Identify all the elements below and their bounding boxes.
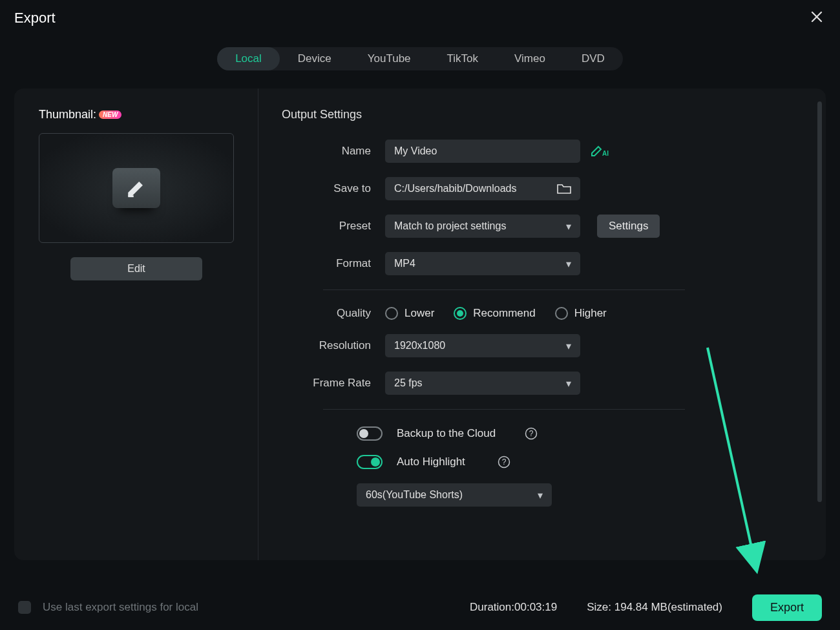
use-last-settings-checkbox[interactable] (18, 601, 31, 614)
quality-lower-radio[interactable]: Lower (385, 307, 434, 320)
chevron-down-icon: ▾ (566, 377, 571, 390)
format-label: Format (282, 257, 385, 270)
size-info: Size: 194.84 MB(estimated) (587, 601, 722, 614)
new-badge: NEW (99, 110, 121, 119)
tab-dvd[interactable]: DVD (563, 47, 623, 70)
tab-local[interactable]: Local (217, 47, 280, 70)
output-settings-heading: Output Settings (282, 108, 787, 121)
help-icon: ? (498, 456, 510, 468)
svg-text:AI: AI (602, 150, 609, 157)
name-input[interactable] (385, 140, 580, 163)
thumbnail-label: Thumbnail: NEW (39, 108, 245, 121)
resolution-value: 1920x1080 (394, 340, 445, 352)
saveto-field[interactable]: C:/Users/habib/Downloads (385, 177, 580, 200)
tab-device[interactable]: Device (280, 47, 350, 70)
edit-thumbnail-icon (112, 168, 160, 208)
framerate-select[interactable]: 25 fps ▾ (385, 372, 580, 395)
tab-tiktok[interactable]: TikTok (429, 47, 497, 70)
backup-cloud-toggle[interactable] (357, 426, 383, 441)
auto-highlight-toggle[interactable] (357, 455, 383, 469)
tab-youtube[interactable]: YouTube (350, 47, 429, 70)
quality-recommend-radio[interactable]: Recommend (454, 307, 535, 320)
backup-cloud-label: Backup to the Cloud (397, 427, 500, 440)
chevron-down-icon: ▾ (566, 340, 571, 352)
help-icon: ? (525, 427, 538, 440)
framerate-value: 25 fps (394, 377, 423, 389)
name-label: Name (282, 145, 385, 158)
saveto-label: Save to (282, 182, 385, 195)
quality-label: Quality (282, 307, 385, 320)
chevron-down-icon: ▾ (538, 489, 543, 501)
resolution-label: Resolution (282, 339, 385, 352)
auto-highlight-label: Auto Highlight (397, 456, 473, 468)
resolution-select[interactable]: 1920x1080 ▾ (385, 334, 580, 357)
divider (323, 289, 685, 290)
preset-settings-button[interactable]: Settings (597, 215, 660, 238)
preset-label: Preset (282, 220, 385, 233)
close-button[interactable] (808, 8, 826, 28)
thumbnail-label-text: Thumbnail: (39, 108, 96, 121)
dialog-title: Export (14, 10, 56, 26)
svg-text:?: ? (529, 429, 534, 438)
preset-select[interactable]: Match to project settings ▾ (385, 215, 580, 238)
edit-thumbnail-button[interactable]: Edit (70, 257, 202, 280)
pencil-ai-icon: AI (591, 144, 610, 158)
svg-text:?: ? (502, 457, 507, 467)
ai-rename-button[interactable]: AI (591, 144, 610, 158)
close-icon (810, 10, 823, 23)
quality-higher-radio[interactable]: Higher (555, 307, 607, 320)
export-tabs: Local Device YouTube TikTok Vimeo DVD (217, 47, 623, 70)
preset-value: Match to project settings (394, 220, 506, 232)
thumbnail-preview[interactable] (39, 133, 234, 243)
highlight-help-button[interactable]: ? (498, 456, 510, 468)
divider (323, 409, 685, 410)
format-select[interactable]: MP4 ▾ (385, 252, 580, 275)
duration-info: Duration:00:03:19 (470, 601, 557, 614)
folder-icon (557, 183, 571, 194)
framerate-label: Frame Rate (282, 377, 385, 390)
export-button[interactable]: Export (752, 594, 822, 621)
chevron-down-icon: ▾ (566, 258, 571, 270)
chevron-down-icon: ▾ (566, 220, 571, 233)
use-last-settings-label: Use last export settings for local (43, 601, 458, 614)
highlight-preset-select[interactable]: 60s(YouTube Shorts) ▾ (357, 483, 552, 507)
backup-help-button[interactable]: ? (525, 427, 538, 440)
saveto-value: C:/Users/habib/Downloads (394, 183, 516, 194)
tab-vimeo[interactable]: Vimeo (496, 47, 563, 70)
scrollbar[interactable] (817, 101, 822, 502)
format-value: MP4 (394, 258, 415, 269)
highlight-preset-value: 60s(YouTube Shorts) (366, 489, 463, 501)
